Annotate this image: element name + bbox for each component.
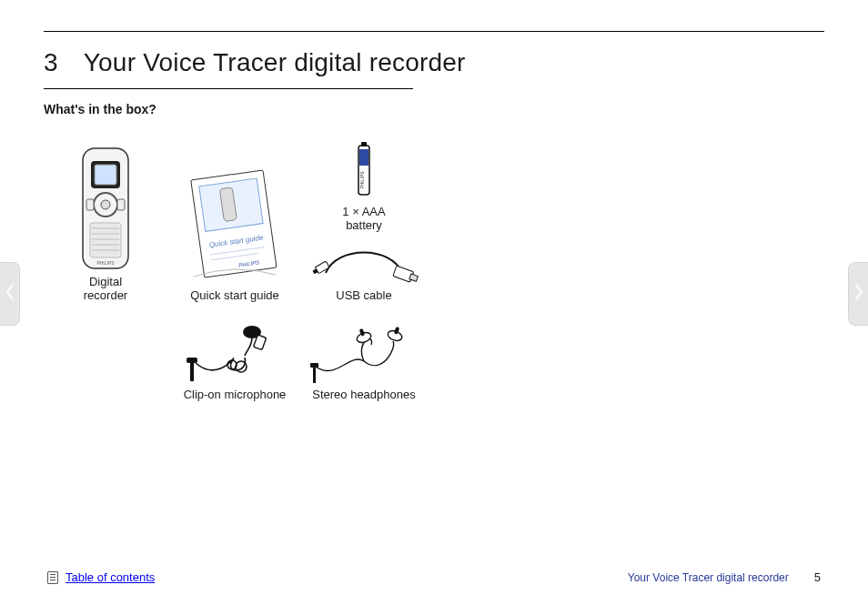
footer-right: Your Voice Tracer digital recorder 5 [628,570,821,584]
page-footer: Table of contents Your Voice Tracer digi… [44,570,824,584]
usb-cable-icon [309,240,419,286]
item-label: Quick start guide [190,289,279,303]
section-number: 3 [44,48,58,77]
next-page-button[interactable] [848,262,868,326]
section-title: 3 Your Voice Tracer digital recorder [44,48,824,77]
chevron-left-icon [5,284,15,304]
item-label: 1 × AAA battery [342,206,385,233]
page-content: 3 Your Voice Tracer digital recorder Wha… [44,31,824,584]
svg-point-31 [236,361,247,372]
item-clip-on-microphone: Clip-on microphone [173,321,297,402]
prev-page-button[interactable] [0,262,20,326]
document-icon [47,571,58,584]
item-label: Clip-on microphone [184,388,287,402]
footer-chapter: Your Voice Tracer digital recorder [628,571,789,584]
quick-start-guide-icon: Quick start guide PHILIPS [185,158,285,286]
svg-rect-22 [361,142,367,146]
top-rule [44,31,824,32]
headphones-icon [309,321,419,385]
svg-text:PHILIPS: PHILIPS [96,260,115,266]
item-digital-recorder: PHILIPS Digital recorder [44,140,167,303]
item-quick-start-guide: Quick start guide PHILIPS Quick start gu… [173,140,297,303]
chevron-right-icon [854,284,863,304]
item-label: USB cable [336,289,391,303]
svg-rect-35 [313,367,316,383]
item-label: Stereo headphones [312,388,415,402]
subheading: What's in the box? [44,102,824,116]
svg-text:PHILIPS: PHILIPS [359,171,365,189]
item-battery-and-usb: PHILIPS 1 × AAA battery USB cabl [302,140,426,303]
item-label: Digital recorder [84,276,127,303]
toc-label: Table of contents [66,570,155,584]
box-contents-grid: PHILIPS Digital recorder Quick start gui… [44,140,426,402]
svg-rect-29 [190,361,194,381]
svg-rect-2 [95,165,116,185]
svg-rect-36 [310,363,318,368]
item-stereo-headphones: Stereo headphones [302,321,426,402]
digital-recorder-icon: PHILIPS [77,145,134,272]
svg-rect-5 [86,199,94,210]
sub-rule [44,88,413,89]
battery-icon: PHILIPS [350,140,378,200]
grid-spacer [44,321,167,402]
svg-rect-6 [117,199,125,210]
microphone-icon [185,321,285,385]
section-title-text: Your Voice Tracer digital recorder [84,48,466,77]
svg-point-4 [101,200,110,209]
svg-rect-23 [359,149,368,166]
footer-page-number: 5 [814,570,821,584]
table-of-contents-link[interactable]: Table of contents [47,570,155,584]
svg-rect-30 [187,358,197,363]
